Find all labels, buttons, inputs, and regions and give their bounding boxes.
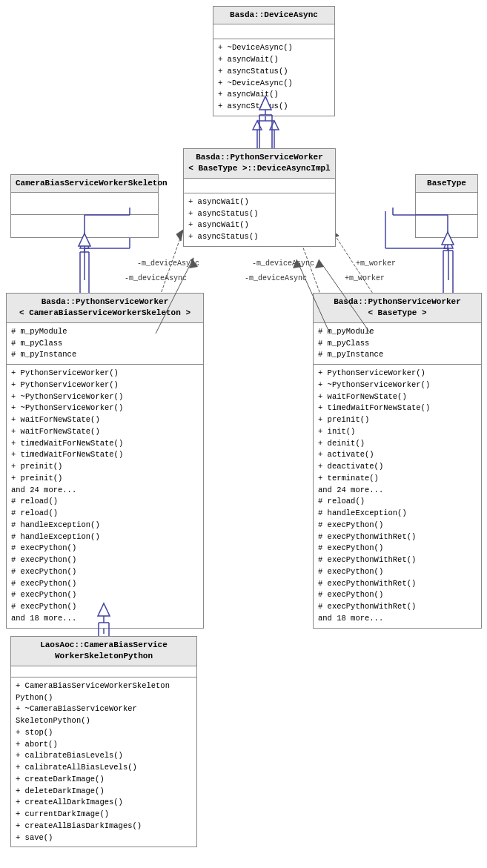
svg-marker-11 [444, 237, 453, 248]
python-service-worker-base-box: Basda::PythonServiceWorker< BaseType >::… [183, 148, 336, 247]
label-m-deviceasync-2: -m_deviceAsync [245, 274, 307, 282]
laosaoc-box: LaosAoc::CameraBiasServiceWorkerSkeleton… [10, 636, 197, 847]
label-m-deviceasync-1: -m_deviceAsync [125, 274, 187, 282]
device-async-box: Basda::DeviceAsync + ~DeviceAsync() + as… [213, 6, 335, 116]
python-service-worker-base-methods: + asyncWait() + asyncStatus() + asyncWai… [184, 193, 335, 246]
svg-marker-3 [270, 121, 279, 130]
python-camera-box: Basda::PythonServiceWorker< CameraBiasSe… [6, 293, 204, 629]
python-service-worker-base-fields [184, 179, 335, 193]
python-camera-title: Basda::PythonServiceWorker< CameraBiasSe… [7, 294, 203, 323]
python-basetype-methods: + PythonServiceWorker() + ~PythonService… [314, 365, 481, 628]
python-basetype-title: Basda::PythonServiceWorker< BaseType > [314, 294, 481, 323]
label-m-worker-2: +m_worker [345, 274, 385, 282]
python-basetype-fields: # m_pyModule # m_pyClass # m_pyInstance [314, 323, 481, 365]
base-type-fields [416, 193, 477, 215]
base-type-methods [416, 215, 477, 237]
svg-marker-7 [80, 237, 89, 248]
uml-diagram: -m_deviceAsync -m_deviceAsync +m_worker … [0, 0, 487, 868]
python-basetype-box: Basda::PythonServiceWorker< BaseType > #… [313, 293, 482, 629]
svg-marker-47 [315, 259, 324, 268]
device-async-fields [213, 24, 334, 39]
label-m-worker: +m_worker [356, 259, 396, 268]
label-m-device-async-left: -m_deviceAsync [137, 259, 199, 268]
camera-skeleton-fields [11, 193, 158, 215]
device-async-methods: + ~DeviceAsync() + asyncWait() + asyncSt… [213, 39, 334, 116]
laosaoc-fields [11, 666, 196, 677]
svg-marker-15 [176, 230, 183, 241]
python-service-worker-base-title: Basda::PythonServiceWorker< BaseType >::… [184, 149, 335, 179]
device-async-title: Basda::DeviceAsync [213, 7, 334, 24]
camera-skeleton-box: CameraBiasServiceWorkerSkeleton [10, 174, 159, 238]
laosaoc-methods: + CameraBiasServiceWorkerSkeleton Python… [11, 677, 196, 847]
svg-marker-1 [253, 121, 262, 130]
label-m-device-async-right: -m_deviceAsync [252, 259, 314, 268]
python-camera-fields: # m_pyModule # m_pyClass # m_pyInstance [7, 323, 203, 365]
python-camera-methods: + PythonServiceWorker() + PythonServiceW… [7, 365, 203, 628]
base-type-title: BaseType [416, 175, 477, 193]
laosaoc-title: LaosAoc::CameraBiasServiceWorkerSkeleton… [11, 637, 196, 666]
camera-skeleton-methods [11, 215, 158, 237]
camera-skeleton-title: CameraBiasServiceWorkerSkeleton [11, 175, 158, 193]
base-type-box: BaseType [415, 174, 478, 238]
